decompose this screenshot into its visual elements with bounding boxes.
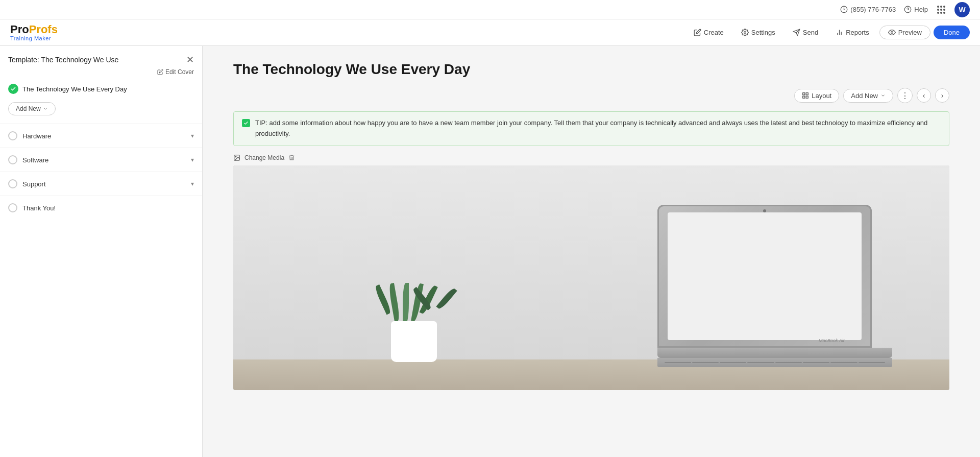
reports-button[interactable]: Reports: [828, 26, 876, 39]
key: [720, 362, 746, 363]
close-sidebar-button[interactable]: ✕: [186, 54, 194, 65]
radio-software: [8, 155, 17, 164]
laptop-screen: [668, 212, 862, 340]
send-label: Send: [803, 29, 818, 36]
svg-point-9: [891, 32, 893, 34]
image-icon: [233, 154, 240, 161]
more-options-button[interactable]: ⋮: [897, 88, 913, 103]
nav-actions: Create Settings Send Reports Preview Don…: [687, 26, 970, 39]
help-link[interactable]: Help: [904, 6, 928, 13]
page-title: The Technology We Use Every Day: [233, 61, 949, 78]
key: [747, 362, 774, 363]
key: [775, 362, 802, 363]
key-row-1: [665, 362, 885, 363]
logo-subtitle: Training Maker: [10, 36, 58, 41]
key: [803, 362, 829, 363]
edit-cover-row: Edit Cover: [0, 65, 202, 81]
add-new-button[interactable]: Add New: [8, 102, 56, 115]
tip-check-icon: [242, 119, 250, 127]
key: [692, 362, 719, 363]
send-button[interactable]: Send: [786, 26, 825, 39]
key: [665, 362, 691, 363]
sidebar: Template: The Technology We Use ✕ Edit C…: [0, 46, 203, 457]
sidebar-item-hardware[interactable]: Hardware ▾: [0, 124, 202, 148]
phone-number: (855) 776-7763: [850, 6, 896, 13]
radio-thankyou: [8, 203, 17, 212]
create-icon: [694, 29, 701, 36]
tip-box: TIP: add some information about how happ…: [233, 111, 949, 146]
done-button[interactable]: Done: [934, 26, 970, 39]
sidebar-title: Template: The Technology We Use: [8, 56, 118, 64]
chevron-software-icon: ▾: [191, 156, 194, 163]
laptop-keyboard: [657, 358, 892, 367]
svg-rect-12: [806, 96, 808, 98]
svg-rect-13: [803, 96, 805, 98]
sidebar-item-hardware-label: Hardware: [22, 132, 51, 140]
check-icon: [10, 86, 16, 92]
sidebar-item-support-label: Support: [22, 180, 46, 188]
help-label: Help: [914, 6, 928, 13]
reports-label: Reports: [846, 29, 869, 36]
laptop-base: [657, 348, 892, 358]
sidebar-item-thankyou-label: Thank You!: [22, 204, 56, 212]
layout-label: Layout: [812, 92, 831, 100]
plant-leaves: [386, 283, 442, 324]
apps-grid-icon[interactable]: [936, 5, 946, 15]
laptop-camera: [763, 209, 766, 212]
change-media-button[interactable]: Change Media: [244, 154, 284, 161]
sidebar-item-software-label: Software: [22, 156, 48, 164]
add-new-content-button[interactable]: Add New: [843, 89, 893, 103]
settings-icon: [741, 29, 749, 36]
keyboard-rows: [665, 361, 885, 364]
laptop: MacBook Air: [657, 205, 892, 367]
chevron-down-icon: [43, 106, 48, 111]
plant-pot: [391, 321, 437, 362]
svg-point-15: [235, 156, 236, 157]
main-layout: Template: The Technology We Use ✕ Edit C…: [0, 46, 980, 457]
tip-text: TIP: add some information about how happ…: [255, 118, 941, 139]
radio-hardware: [8, 131, 17, 140]
sidebar-item-software[interactable]: Software ▾: [0, 148, 202, 172]
radio-support: [8, 179, 17, 188]
layout-button[interactable]: Layout: [794, 89, 839, 103]
prev-button[interactable]: ‹: [917, 88, 931, 103]
chevron-hardware-icon: ▾: [191, 132, 194, 139]
add-new-chevron-icon: [880, 93, 886, 98]
top-bar: (855) 776-7763 Help W: [0, 0, 980, 19]
next-button[interactable]: ›: [935, 88, 949, 103]
delete-media-icon[interactable]: [288, 154, 295, 161]
sidebar-item-support[interactable]: Support ▾: [0, 172, 202, 196]
leaf-2: [388, 283, 401, 322]
logo[interactable]: ProProfs Training Maker: [10, 24, 58, 41]
sidebar-item-thankyou[interactable]: Thank You!: [0, 196, 202, 220]
content-image: MacBook Air: [233, 165, 949, 390]
active-item-label: The Technology We Use Every Day: [22, 85, 127, 93]
eye-icon: [888, 29, 896, 36]
reports-icon: [836, 29, 843, 36]
settings-button[interactable]: Settings: [734, 26, 782, 39]
phone-link[interactable]: (855) 776-7763: [840, 6, 896, 13]
leaf-3: [403, 283, 409, 324]
main-content: The Technology We Use Every Day Layout A…: [203, 46, 980, 457]
sidebar-header: Template: The Technology We Use ✕: [0, 46, 202, 65]
help-icon: [904, 6, 912, 13]
svg-rect-10: [803, 93, 805, 95]
user-avatar[interactable]: W: [954, 2, 970, 17]
key: [830, 362, 857, 363]
key: [859, 362, 885, 363]
sidebar-active-item[interactable]: The Technology We Use Every Day: [8, 84, 194, 94]
edit-cover-button[interactable]: Edit Cover: [157, 68, 194, 76]
add-new-label: Add New: [16, 105, 41, 112]
tip-checkmark-icon: [243, 121, 249, 126]
laptop-screen-housing: MacBook Air: [657, 205, 872, 348]
svg-rect-11: [806, 93, 808, 95]
plant: [391, 321, 437, 362]
send-icon: [793, 29, 800, 36]
media-bar: Change Media: [233, 154, 949, 161]
active-check-circle: [8, 84, 18, 94]
create-button[interactable]: Create: [687, 26, 731, 39]
main-nav: ProProfs Training Maker Create Settings …: [0, 19, 980, 46]
preview-button[interactable]: Preview: [879, 26, 930, 39]
layout-icon: [802, 92, 809, 99]
content-toolbar: Layout Add New ⋮ ‹ ›: [233, 88, 949, 103]
